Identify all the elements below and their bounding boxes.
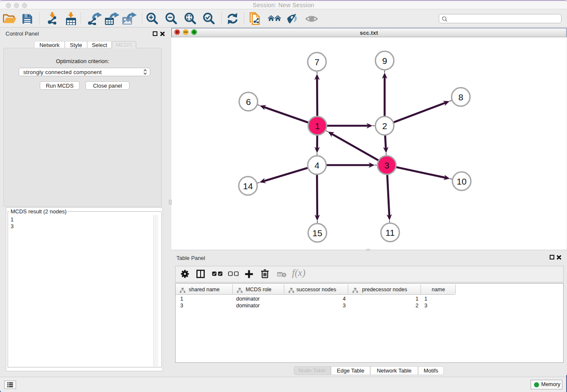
svg-text:11: 11: [385, 228, 395, 237]
svg-text:3: 3: [384, 160, 389, 170]
svg-text:1: 1: [315, 121, 320, 131]
svg-text:10: 10: [457, 177, 466, 186]
svg-text:2: 2: [382, 121, 387, 131]
svg-text:14: 14: [243, 181, 253, 191]
svg-text:15: 15: [312, 228, 322, 238]
svg-text:4: 4: [314, 160, 319, 170]
svg-text:6: 6: [246, 97, 251, 107]
svg-text:8: 8: [458, 92, 463, 102]
svg-text:7: 7: [314, 57, 319, 67]
svg-text:9: 9: [382, 56, 387, 66]
